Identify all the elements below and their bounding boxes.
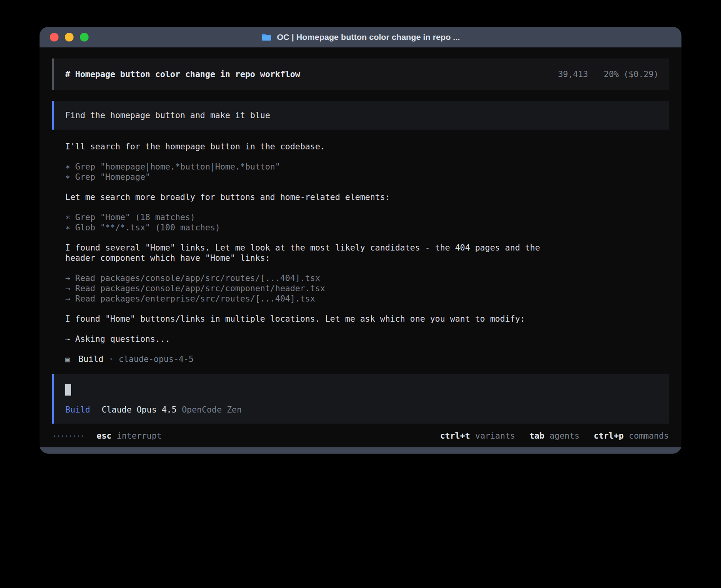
statusbar-right: ctrl+tvariants tabagents ctrl+pcommands xyxy=(426,431,669,441)
prompt-input[interactable]: Build Claude Opus 4.5 OpenCode Zen xyxy=(52,374,669,424)
model-label: Claude Opus 4.5 xyxy=(102,405,177,415)
esc-key-hint: esc xyxy=(96,431,111,441)
tool-call-read: → Read packages/enterprise/src/routes/[.… xyxy=(65,294,669,304)
minimize-button[interactable] xyxy=(65,33,74,41)
assistant-text: I found "Home" buttons/links in multiple… xyxy=(65,314,669,324)
text-cursor xyxy=(65,384,71,396)
agent-separator: · xyxy=(109,354,114,364)
tool-call-read: → Read packages/console/app/src/componen… xyxy=(65,283,669,294)
transcript: I'll search for the homepage button in t… xyxy=(52,141,669,354)
assistant-text: I'll search for the homepage button in t… xyxy=(65,141,669,152)
agent-name: Build xyxy=(78,354,103,364)
session-title: # Homepage button color change in repo w… xyxy=(65,69,300,79)
titlebar[interactable]: OC | Homepage button color change in rep… xyxy=(40,27,681,47)
token-count: 39,413 xyxy=(558,69,588,79)
close-button[interactable] xyxy=(50,33,59,41)
mode-label: Build xyxy=(65,405,90,415)
agent-model: claude-opus-4-5 xyxy=(119,354,194,364)
shortcut-commands: ctrl+pcommands xyxy=(594,431,669,441)
agent-icon: ▣ xyxy=(65,354,70,364)
tool-call-glob: ∗ Glob "**/*.tsx" (100 matches) xyxy=(65,222,669,233)
shortcut-variants: ctrl+tvariants xyxy=(440,431,515,441)
tool-call-grep: ∗ Grep "Homepage" xyxy=(65,172,669,182)
zoom-button[interactable] xyxy=(80,33,89,41)
terminal-content: # Homepage button color change in repo w… xyxy=(40,47,681,447)
interrupt-label: interrupt xyxy=(117,431,162,441)
ctrl-t-key-hint: ctrl+t xyxy=(440,431,470,441)
user-message-text: Find the homepage button and make it blu… xyxy=(65,110,270,121)
window-footer xyxy=(40,447,681,454)
assistant-text: I found several "Home" links. Let me loo… xyxy=(65,243,669,263)
terminal-window: OC | Homepage button color change in rep… xyxy=(40,27,681,454)
window-title: OC | Homepage button color change in rep… xyxy=(277,32,460,42)
tool-call-grep: ∗ Grep "Home" (18 matches) xyxy=(65,212,669,222)
session-stats: 39,413 20% ($0.29) xyxy=(558,69,659,79)
variants-label: variants xyxy=(475,431,515,441)
ctrl-p-key-hint: ctrl+p xyxy=(594,431,624,441)
statusbar-left: ········ esc interrupt xyxy=(52,431,162,441)
assistant-status-text: ~ Asking questions... xyxy=(65,334,669,344)
agent-status-row: ▣ Build · claude-opus-4-5 xyxy=(52,354,669,364)
agents-label: agents xyxy=(549,431,579,441)
provider-label: OpenCode Zen xyxy=(182,405,242,415)
spinner-dots: ········ xyxy=(52,431,84,441)
assistant-text: Let me search more broadly for buttons a… xyxy=(65,192,669,202)
tool-call-read: → Read packages/console/app/src/routes/[… xyxy=(65,273,669,283)
input-meta: Build Claude Opus 4.5 OpenCode Zen xyxy=(65,405,659,415)
commands-label: commands xyxy=(629,431,669,441)
traffic-lights xyxy=(40,33,89,41)
context-percent: 20% xyxy=(604,69,619,79)
user-message: Find the homepage button and make it blu… xyxy=(52,101,669,130)
tool-call-grep: ∗ Grep "homepage|home.*button|Home.*butt… xyxy=(65,162,669,172)
session-cost: ($0.29) xyxy=(623,69,659,79)
session-header: # Homepage button color change in repo w… xyxy=(52,58,669,90)
statusbar: ········ esc interrupt ctrl+tvariants ta… xyxy=(52,431,669,441)
tab-key-hint: tab xyxy=(529,431,544,441)
folder-icon xyxy=(261,33,272,41)
shortcut-agents: tabagents xyxy=(529,431,579,441)
